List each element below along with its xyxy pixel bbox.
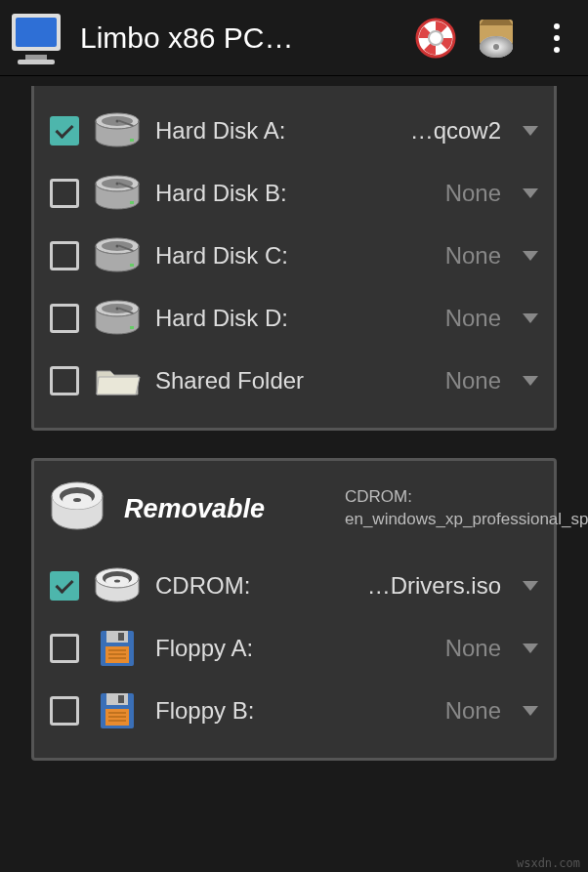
hdb-label: Hard Disk B: [155, 180, 287, 207]
shared-value[interactable]: None [445, 367, 501, 394]
hdd-icon [93, 174, 142, 213]
svg-rect-24 [130, 264, 134, 267]
storage-row-hda: Hard Disk A:…qcow2 [48, 100, 540, 162]
chevron-down-icon[interactable] [521, 249, 540, 263]
menu-overflow-icon[interactable] [533, 23, 580, 53]
app-title: Limbo x86 PC… [80, 21, 399, 55]
svg-rect-46 [118, 695, 124, 703]
floppy-icon [93, 629, 142, 668]
cdrom-label: CDROM: [155, 572, 250, 600]
svg-point-17 [116, 183, 119, 186]
svg-point-22 [116, 245, 119, 248]
svg-rect-29 [130, 326, 134, 329]
svg-rect-19 [130, 201, 134, 204]
fda-checkbox[interactable] [50, 634, 79, 663]
folder-icon [93, 361, 142, 400]
chevron-down-icon[interactable] [521, 124, 540, 138]
storage-card: Hard Disk A:…qcow2Hard Disk B:NoneHard D… [31, 86, 557, 431]
hdb-checkbox[interactable] [50, 179, 79, 208]
svg-rect-1 [16, 18, 57, 47]
hdc-label: Hard Disk C: [155, 242, 288, 270]
disc-icon[interactable] [473, 18, 520, 59]
cdrom-drive-icon [48, 480, 106, 537]
removable-row-cdrom: CDROM:…Drivers.iso [48, 555, 540, 617]
floppy-icon [93, 691, 142, 730]
storage-row-shared: Shared FolderNone [48, 350, 540, 412]
storage-row-hdb: Hard Disk B:None [48, 162, 540, 225]
chevron-down-icon[interactable] [521, 704, 540, 718]
app-header: Limbo x86 PC… [0, 0, 588, 76]
removable-header: Removable CDROM: en_windows_xp_professio… [48, 480, 540, 537]
svg-point-9 [493, 44, 499, 50]
hda-checkbox[interactable] [50, 116, 79, 145]
hdb-value[interactable]: None [445, 180, 501, 207]
chevron-down-icon[interactable] [521, 374, 540, 388]
fda-label: Floppy A: [155, 635, 253, 662]
content-area: Hard Disk A:…qcow2Hard Disk B:NoneHard D… [0, 76, 588, 761]
computer-icon [8, 10, 66, 66]
svg-point-27 [116, 308, 119, 311]
svg-rect-3 [18, 60, 55, 64]
fda-value[interactable]: None [445, 635, 501, 662]
removable-card: Removable CDROM: en_windows_xp_professio… [31, 458, 557, 761]
help-icon[interactable] [412, 18, 459, 59]
storage-row-hdd: Hard Disk D:None [48, 287, 540, 350]
chevron-down-icon[interactable] [521, 187, 540, 200]
chevron-down-icon[interactable] [521, 642, 540, 655]
shared-checkbox[interactable] [50, 366, 79, 395]
hda-label: Hard Disk A: [155, 117, 285, 145]
hdd-icon [93, 299, 142, 338]
hdd-label: Hard Disk D: [155, 305, 288, 332]
hdc-value[interactable]: None [445, 242, 501, 270]
fdb-checkbox[interactable] [50, 696, 79, 726]
shared-label: Shared Folder [155, 367, 304, 394]
svg-rect-45 [106, 693, 128, 705]
cdrom-icon [93, 566, 142, 605]
removable-row-fda: Floppy A:None [48, 617, 540, 680]
chevron-down-icon[interactable] [521, 311, 540, 325]
hdd-checkbox[interactable] [50, 304, 79, 333]
hdc-checkbox[interactable] [50, 241, 79, 270]
removable-row-fdb: Floppy B:None [48, 680, 540, 742]
svg-rect-38 [106, 631, 128, 643]
svg-point-36 [114, 580, 120, 583]
removable-note: CDROM: en_windows_xp_professional_sp3_No… [345, 486, 540, 531]
storage-row-hdc: Hard Disk C:None [48, 225, 540, 287]
svg-point-33 [73, 498, 81, 502]
cdrom-checkbox[interactable] [50, 571, 79, 601]
hdd-icon [93, 111, 142, 150]
chevron-down-icon[interactable] [521, 579, 540, 593]
svg-rect-14 [130, 139, 134, 142]
svg-point-12 [116, 120, 119, 123]
svg-rect-39 [118, 633, 124, 641]
watermark: wsxdn.com [517, 856, 580, 870]
svg-rect-2 [25, 55, 47, 60]
hdd-value[interactable]: None [445, 305, 501, 332]
cdrom-value[interactable]: …Drivers.iso [367, 572, 501, 600]
hdd-icon [93, 236, 142, 275]
hda-value[interactable]: …qcow2 [410, 117, 501, 145]
fdb-label: Floppy B: [155, 697, 254, 725]
removable-title: Removable [124, 494, 265, 524]
fdb-value[interactable]: None [445, 697, 501, 725]
